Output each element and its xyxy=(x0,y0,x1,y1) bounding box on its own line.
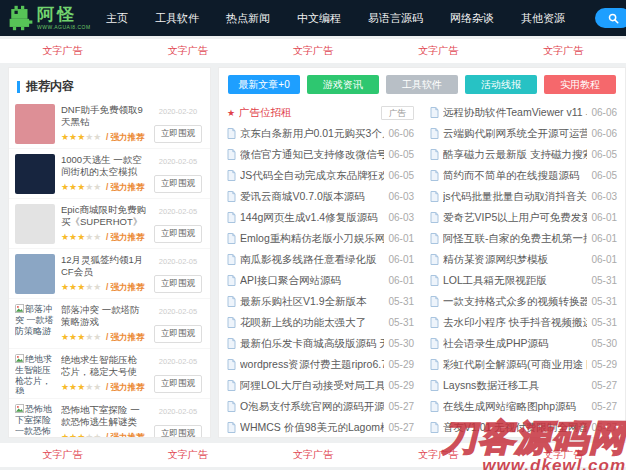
recommended-item[interactable]: 部落冲突 一款塔防策略游 部落冲突 一款塔防策略游戏 ★★★★★ / 强力推荐 … xyxy=(9,299,210,349)
view-now-button[interactable]: 立即围观 xyxy=(154,175,202,193)
menu-item[interactable]: 其他资源 xyxy=(521,11,565,26)
article-row[interactable]: 精仿某资源网织梦模板 06-01 xyxy=(430,249,617,270)
article-row[interactable]: Laysns数据迁移工具 05-27 xyxy=(430,375,617,396)
article-row[interactable]: 云端购代刷网系统全开源可运营程序搭建 06-06 xyxy=(430,123,617,144)
article-title-link[interactable]: JS代码全自动完成京东品牌狂欢城活动任务 xyxy=(240,169,384,183)
recommended-item-title[interactable]: 12月灵狐签约领1月CF会员 xyxy=(61,254,146,279)
text-ad-link[interactable]: 文字广告 xyxy=(543,448,583,462)
text-ad-link[interactable]: 文字广告 xyxy=(418,448,458,462)
article-row[interactable]: 在线生成网站缩略图php源码 05-27 xyxy=(430,396,617,417)
article-title-link[interactable]: O泡易支付系统官网的源码开源 xyxy=(240,400,384,414)
article-row[interactable]: 一款支持格式众多的视频转换器 05-31 xyxy=(430,291,617,312)
recommended-item[interactable]: DNF助手免费领取9天黑钻 ★★★★★ / 强力推荐 2020-02-20 立即… xyxy=(9,99,210,149)
article-title-link[interactable]: 京东白条新用户0.01元购买3个月爱奇艺黄... xyxy=(240,127,384,141)
article-row[interactable]: Emlog重构精仿老版小刀娱乐网HFoldao模... 06-01 xyxy=(227,228,414,249)
view-now-button[interactable]: 立即围观 xyxy=(154,125,202,143)
menu-item[interactable]: 工具软件 xyxy=(155,11,199,26)
article-title-link[interactable]: 去水印小程序 快手抖音视频搬运工上热门... xyxy=(443,316,587,330)
recommended-item-title[interactable]: 1000天逃生 一款空间街机的太空模拟经营游戏 xyxy=(61,154,146,179)
article-title-link[interactable]: 花呗新上线的功能太强大了 xyxy=(240,316,384,330)
recommended-item-title[interactable]: 绝地求生智能压枪芯片，稳定大号使用，永久免费 xyxy=(61,354,146,379)
article-title-link[interactable]: WHMCS 价值98美元的Lagom模板开源 xyxy=(240,421,384,435)
broken-thumbnail[interactable]: 部落冲突 一款塔防策略游 xyxy=(15,304,55,344)
article-row[interactable]: 音友V1.01 无视付费限制全网音乐无损免费... 05-27 xyxy=(430,417,617,438)
article-row[interactable]: 简约而不简单的在线搜题源码 06-05 xyxy=(430,165,617,186)
menu-item[interactable]: 中文编程 xyxy=(297,11,341,26)
item-thumbnail[interactable] xyxy=(15,204,55,244)
article-row[interactable]: wordpress资源付费主题ripro6.7含美化包... 05-29 xyxy=(227,354,414,375)
article-row[interactable]: 最新伯乐发卡商城高级版源码 无后门 05-30 xyxy=(227,333,414,354)
recommended-item-title[interactable]: 部落冲突 一款塔防策略游戏 xyxy=(61,304,146,329)
item-thumbnail[interactable] xyxy=(15,254,55,294)
article-row[interactable]: ★ 广告位招租 广告 xyxy=(227,102,414,123)
menu-item[interactable]: 网络杂谈 xyxy=(450,11,494,26)
text-ad-link[interactable]: 文字广告 xyxy=(543,44,583,58)
broken-thumbnail[interactable]: 恐怖地下室探险 一款恐怖 xyxy=(15,404,55,438)
article-row[interactable]: 微信官方通知已支持修改微信号 06-05 xyxy=(227,144,414,165)
article-title-link[interactable]: 爱奇艺VIP5以上用户可免费发爱奇艺VIP红包 xyxy=(443,211,587,225)
category-tab[interactable]: 实用教程 xyxy=(544,75,616,94)
article-title-link[interactable]: Laysns数据迁移工具 xyxy=(443,379,587,393)
recommended-item-title[interactable]: 恐怖地下室探险 一款恐怖逃生解谜类游戏 xyxy=(61,404,146,429)
recommended-item-title[interactable]: Epic商城限时免费购买《SUPERHOT》游戏 xyxy=(61,204,146,229)
article-title-link[interactable]: 144g网页生成v1.4修复版源码 xyxy=(240,211,384,225)
text-ad-link[interactable]: 文字广告 xyxy=(43,448,83,462)
article-row[interactable]: WHMCS 价值98美元的Lagom模板开源 05-27 xyxy=(227,417,414,438)
article-row[interactable]: 远程协助软件TeamViewer v11 单文件版 06-06 xyxy=(430,102,617,123)
text-ad-link[interactable]: 文字广告 xyxy=(418,44,458,58)
category-tab[interactable]: 游戏资讯 xyxy=(307,75,379,94)
text-ad-link[interactable]: 文字广告 xyxy=(293,44,333,58)
article-row[interactable]: O泡易支付系统官网的源码开源 05-27 xyxy=(227,396,414,417)
article-row[interactable]: 144g网页生成v1.4修复版源码 06-03 xyxy=(227,207,414,228)
recommended-item-title[interactable]: DNF助手免费领取9天黑钻 xyxy=(61,104,146,129)
menu-item[interactable]: 易语言源码 xyxy=(368,11,423,26)
recommended-item[interactable]: 1000天逃生 一款空间街机的太空模拟经营游戏 ★★★★★ / 强力推荐 202… xyxy=(9,149,210,199)
recommended-item[interactable]: 12月灵狐签约领1月CF会员 ★★★★★ / 强力推荐 2020-02-05 立… xyxy=(9,249,210,299)
view-now-button[interactable]: 立即围观 xyxy=(154,275,202,293)
article-row[interactable]: 花呗新上线的功能太强大了 05-31 xyxy=(227,312,414,333)
recommended-item[interactable]: 绝地求生智能压枪芯片，稳 绝地求生智能压枪芯片，稳定大号使用，永久免费 ★★★★… xyxy=(9,349,210,399)
article-title-link[interactable]: 酷享磁力云最新版 支持磁力搜索下载和一... xyxy=(443,148,587,162)
article-title-link[interactable]: wordpress资源付费主题ripro6.7含美化包... xyxy=(240,358,384,372)
article-title-link[interactable]: 社会语录生成PHP源码 xyxy=(443,337,587,351)
text-ad-link[interactable]: 文字广告 xyxy=(293,448,333,462)
article-title-link[interactable]: 云端购代刷网系统全开源可运营程序搭建 xyxy=(443,127,587,141)
article-row[interactable]: 爱讯云商城V0.7.0版本源码 06-03 xyxy=(227,186,414,207)
article-title-link[interactable]: 爱讯云商城V0.7.0版本源码 xyxy=(240,190,384,204)
text-ad-link[interactable]: 文字广告 xyxy=(168,448,208,462)
article-title-link[interactable]: 微信官方通知已支持修改微信号 xyxy=(240,148,384,162)
recommended-item[interactable]: 恐怖地下室探险 一款恐怖 恐怖地下室探险 一款恐怖逃生解谜类游戏 ★★★★★ /… xyxy=(9,399,210,438)
view-now-button[interactable]: 立即围观 xyxy=(154,325,202,343)
article-title-link[interactable]: API接口聚合网站源码 xyxy=(240,274,384,288)
category-tab[interactable]: 活动线报 xyxy=(465,75,537,94)
article-row[interactable]: 去水印小程序 快手抖音视频搬运工上热门... 05-31 xyxy=(430,312,617,333)
article-title-link[interactable]: Emlog重构精仿老版小刀娱乐网HFoldao模... xyxy=(240,232,384,246)
article-title-link[interactable]: 简约而不简单的在线搜题源码 xyxy=(443,169,587,183)
view-now-button[interactable]: 立即围观 xyxy=(154,375,202,393)
article-title-link[interactable]: LOL工具箱无限视距版 xyxy=(443,274,587,288)
article-title-link[interactable]: js代码批量批量自动取消抖音关注 xyxy=(443,190,587,204)
article-title-link[interactable]: 在线生成网站缩略图php源码 xyxy=(443,400,587,414)
article-row[interactable]: 南瓜影视多线路任意看绿化版 06-01 xyxy=(227,249,414,270)
view-now-button[interactable]: 立即围观 xyxy=(154,225,202,243)
article-title-link[interactable]: 彩虹代刷全解源码(可商业用途 防黑) xyxy=(443,358,587,372)
site-logo[interactable]: 阿怪 WWW.AGUAI8.COM xyxy=(8,4,100,32)
article-row[interactable]: 最新乐购社区V1.9全新版本 05-31 xyxy=(227,291,414,312)
article-row[interactable]: 爱奇艺VIP5以上用户可免费发爱奇艺VIP红包 06-01 xyxy=(430,207,617,228)
menu-item[interactable]: 主页 xyxy=(106,11,128,26)
category-tab[interactable]: 最新文章+0 xyxy=(228,75,300,94)
broken-thumbnail[interactable]: 绝地求生智能压枪芯片，稳 xyxy=(15,354,55,394)
category-tab[interactable]: 工具软件 xyxy=(386,75,458,94)
article-row[interactable]: 京东白条新用户0.01元购买3个月爱奇艺黄... 06-06 xyxy=(227,123,414,144)
article-row[interactable]: 阿狸LOL大厅自动接受对局工具 05-29 xyxy=(227,375,414,396)
article-title-link[interactable]: 广告位招租 xyxy=(239,106,377,120)
search-button[interactable] xyxy=(595,8,626,28)
article-title-link[interactable]: 音友V1.01 无视付费限制全网音乐无损免费... xyxy=(443,421,587,435)
article-title-link[interactable]: 最新乐购社区V1.9全新版本 xyxy=(240,295,384,309)
view-now-button[interactable]: 立即围观 xyxy=(154,425,202,438)
item-thumbnail[interactable] xyxy=(15,154,55,194)
text-ad-link[interactable]: 文字广告 xyxy=(43,44,83,58)
article-row[interactable]: 社会语录生成PHP源码 05-30 xyxy=(430,333,617,354)
item-thumbnail[interactable] xyxy=(15,104,55,144)
article-title-link[interactable]: 一款支持格式众多的视频转换器 xyxy=(443,295,587,309)
